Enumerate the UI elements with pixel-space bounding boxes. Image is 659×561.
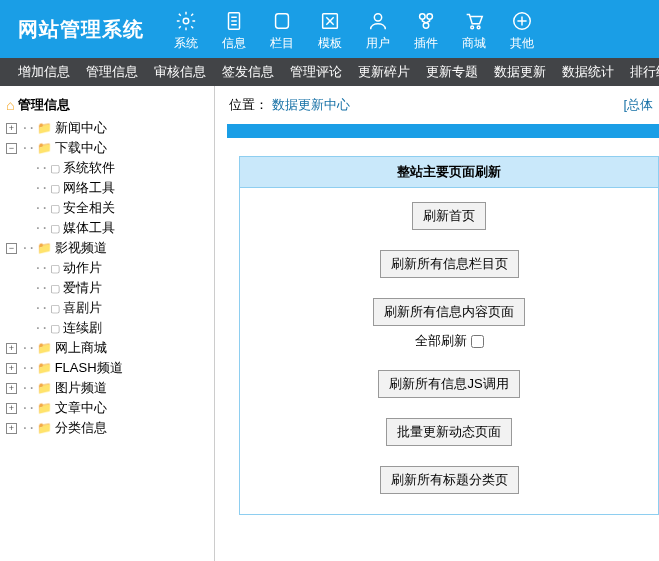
tree-node-label[interactable]: FLASH频道 bbox=[55, 358, 123, 378]
tree-leaf-label[interactable]: 爱情片 bbox=[63, 278, 102, 298]
sidebar: ⌂ 管理信息 +··📁新闻中心−··📁下载中心··▢系统软件··▢网络工具··▢… bbox=[0, 86, 215, 561]
breadcrumb-prefix: 位置： bbox=[229, 97, 268, 112]
refresh-all-checkbox[interactable] bbox=[471, 335, 484, 348]
tree-connector: ·· bbox=[21, 118, 35, 138]
page-icon: ▢ bbox=[50, 258, 60, 278]
tree-node-label[interactable]: 影视频道 bbox=[55, 238, 107, 258]
svg-point-8 bbox=[471, 26, 474, 29]
tree-leaf[interactable]: ··▢媒体工具 bbox=[24, 218, 208, 238]
tree-node[interactable]: +··📁图片频道 bbox=[6, 378, 208, 398]
tree-node[interactable]: −··📁影视频道 bbox=[6, 238, 208, 258]
tree-leaf-label[interactable]: 媒体工具 bbox=[63, 218, 115, 238]
tree-node[interactable]: +··📁新闻中心 bbox=[6, 118, 208, 138]
subnav-item[interactable]: 更新专题 bbox=[426, 63, 478, 81]
tree-leaf[interactable]: ··▢爱情片 bbox=[24, 278, 208, 298]
svg-point-5 bbox=[420, 13, 426, 19]
tree-leaf-label[interactable]: 系统软件 bbox=[63, 158, 115, 178]
template-icon bbox=[318, 9, 342, 33]
tree-leaf[interactable]: ··▢网络工具 bbox=[24, 178, 208, 198]
collapse-icon[interactable]: − bbox=[6, 143, 17, 154]
nav-column[interactable]: 栏目 bbox=[258, 3, 306, 56]
tree-leaf-label[interactable]: 动作片 bbox=[63, 258, 102, 278]
nav-label: 其他 bbox=[510, 35, 534, 52]
tree-connector: ·· bbox=[21, 358, 35, 378]
tree-leaf-label[interactable]: 安全相关 bbox=[63, 198, 115, 218]
tree-root[interactable]: ⌂ 管理信息 bbox=[6, 96, 208, 114]
tree-node[interactable]: −··📁下载中心 bbox=[6, 138, 208, 158]
tree-connector: ·· bbox=[21, 398, 35, 418]
tree-connector: ·· bbox=[21, 418, 35, 438]
subnav-item[interactable]: 审核信息 bbox=[154, 63, 206, 81]
tree-node-label[interactable]: 图片频道 bbox=[55, 378, 107, 398]
folder-icon: 📁 bbox=[37, 418, 52, 438]
subnav-item[interactable]: 更新碎片 bbox=[358, 63, 410, 81]
panel-top-bar: 整站主要页面刷新 刷新首页 刷新所有信息栏目页 刷新所有信息内容页面 全部刷新 … bbox=[227, 124, 659, 515]
svg-point-0 bbox=[183, 18, 189, 24]
subnav-item[interactable]: 增加信息 bbox=[18, 63, 70, 81]
tree-node[interactable]: +··📁文章中心 bbox=[6, 398, 208, 418]
subnav-item[interactable]: 管理评论 bbox=[290, 63, 342, 81]
page-icon: ▢ bbox=[50, 218, 60, 238]
expand-icon[interactable]: + bbox=[6, 423, 17, 434]
subnav-item[interactable]: 管理信息 bbox=[86, 63, 138, 81]
folder-icon: 📁 bbox=[37, 238, 52, 258]
nav-system[interactable]: 系统 bbox=[162, 3, 210, 56]
top-header: 网站管理系统 系统 信息 栏目 模板 用户 插件 商城 bbox=[0, 0, 659, 58]
nav-template[interactable]: 模板 bbox=[306, 3, 354, 56]
expand-icon[interactable]: + bbox=[6, 343, 17, 354]
refresh-columns-button[interactable]: 刷新所有信息栏目页 bbox=[380, 250, 519, 278]
tree-node-label[interactable]: 下载中心 bbox=[55, 138, 107, 158]
main-content: 位置： 数据更新中心 [总体 整站主要页面刷新 刷新首页 刷新所有信息栏目页 刷… bbox=[215, 86, 659, 561]
top-nav: 系统 信息 栏目 模板 用户 插件 商城 其他 bbox=[162, 3, 659, 56]
tree-node-label[interactable]: 分类信息 bbox=[55, 418, 107, 438]
tree-leaf[interactable]: ··▢安全相关 bbox=[24, 198, 208, 218]
expand-icon[interactable]: + bbox=[6, 383, 17, 394]
nav-plugin[interactable]: 插件 bbox=[402, 3, 450, 56]
page-icon: ▢ bbox=[50, 178, 60, 198]
svg-point-6 bbox=[427, 13, 433, 19]
tree-leaf-label[interactable]: 连续剧 bbox=[63, 318, 102, 338]
refresh-home-button[interactable]: 刷新首页 bbox=[412, 202, 486, 230]
tree-leaf[interactable]: ··▢连续剧 bbox=[24, 318, 208, 338]
breadcrumb-right[interactable]: [总体 bbox=[623, 96, 653, 114]
tree-leaf[interactable]: ··▢动作片 bbox=[24, 258, 208, 278]
refresh-content-button[interactable]: 刷新所有信息内容页面 bbox=[373, 298, 525, 326]
nav-other[interactable]: 其他 bbox=[498, 3, 546, 56]
tree-node[interactable]: +··📁FLASH频道 bbox=[6, 358, 208, 378]
tree-root-label: 管理信息 bbox=[18, 96, 70, 114]
expand-icon[interactable]: + bbox=[6, 123, 17, 134]
collapse-icon[interactable]: − bbox=[6, 243, 17, 254]
tree-connector: ·· bbox=[34, 178, 48, 198]
subnav-item[interactable]: 签发信息 bbox=[222, 63, 274, 81]
tree-connector: ·· bbox=[34, 298, 48, 318]
folder-icon: 📁 bbox=[37, 398, 52, 418]
subnav-item[interactable]: 数据统计 bbox=[562, 63, 614, 81]
tree-node-label[interactable]: 网上商城 bbox=[55, 338, 107, 358]
breadcrumb-link[interactable]: 数据更新中心 bbox=[272, 97, 350, 112]
nav-info[interactable]: 信息 bbox=[210, 3, 258, 56]
nav-label: 系统 bbox=[174, 35, 198, 52]
refresh-titles-button[interactable]: 刷新所有标题分类页 bbox=[380, 466, 519, 494]
nav-user[interactable]: 用户 bbox=[354, 3, 402, 56]
refresh-panel: 整站主要页面刷新 刷新首页 刷新所有信息栏目页 刷新所有信息内容页面 全部刷新 … bbox=[239, 156, 659, 515]
tree-node[interactable]: +··📁网上商城 bbox=[6, 338, 208, 358]
cart-icon bbox=[462, 9, 486, 33]
tree-connector: ·· bbox=[21, 338, 35, 358]
app-logo: 网站管理系统 bbox=[0, 16, 162, 43]
tree-leaf[interactable]: ··▢系统软件 bbox=[24, 158, 208, 178]
tree-leaf[interactable]: ··▢喜剧片 bbox=[24, 298, 208, 318]
subnav-item[interactable]: 排行统 bbox=[630, 63, 659, 81]
expand-icon[interactable]: + bbox=[6, 363, 17, 374]
tree-leaf-label[interactable]: 网络工具 bbox=[63, 178, 115, 198]
nav-label: 模板 bbox=[318, 35, 342, 52]
tree-node-label[interactable]: 文章中心 bbox=[55, 398, 107, 418]
page-icon: ▢ bbox=[50, 158, 60, 178]
tree-node-label[interactable]: 新闻中心 bbox=[55, 118, 107, 138]
batch-dynamic-button[interactable]: 批量更新动态页面 bbox=[386, 418, 512, 446]
tree-node[interactable]: +··📁分类信息 bbox=[6, 418, 208, 438]
refresh-js-button[interactable]: 刷新所有信息JS调用 bbox=[378, 370, 519, 398]
expand-icon[interactable]: + bbox=[6, 403, 17, 414]
tree-leaf-label[interactable]: 喜剧片 bbox=[63, 298, 102, 318]
nav-shop[interactable]: 商城 bbox=[450, 3, 498, 56]
subnav-item[interactable]: 数据更新 bbox=[494, 63, 546, 81]
